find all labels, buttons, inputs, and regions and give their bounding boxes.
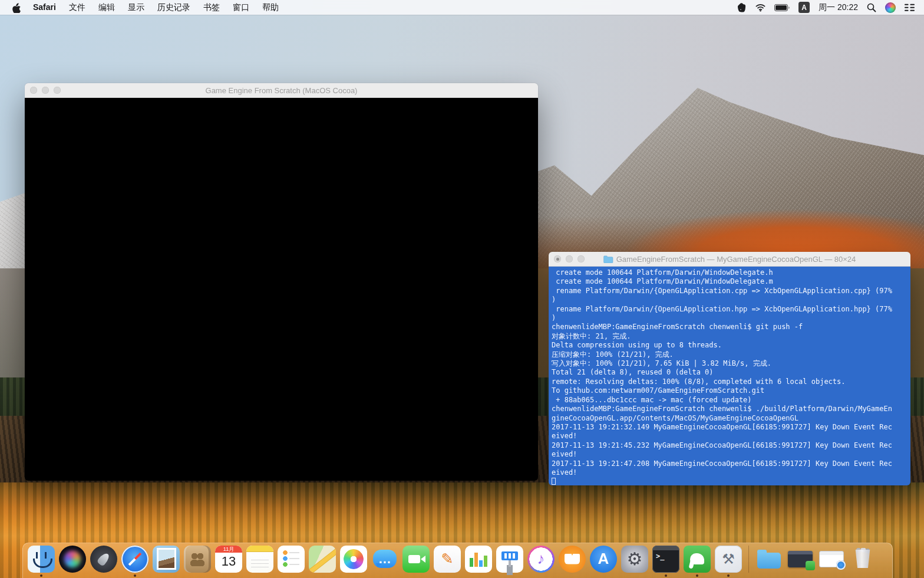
wifi-icon[interactable] — [755, 4, 765, 12]
terminal-line: eived! — [552, 432, 910, 441]
apple-icon — [12, 2, 21, 13]
dock-evernote[interactable] — [684, 546, 711, 573]
dock-maps[interactable] — [309, 546, 336, 573]
dock-pages[interactable]: ✎ — [434, 546, 461, 573]
menu-view[interactable]: 显示 — [121, 0, 151, 15]
evernote-status-icon[interactable] — [737, 3, 747, 12]
reminders-glyph — [282, 549, 300, 569]
close-button[interactable] — [30, 87, 37, 94]
appstore-glyph: A — [598, 550, 609, 568]
evernote-icon — [684, 546, 711, 573]
photos-glyph — [344, 549, 364, 569]
menu-window[interactable]: 窗口 — [226, 0, 256, 15]
apple-menu[interactable] — [6, 2, 27, 13]
game-render-canvas[interactable] — [25, 98, 538, 481]
evernote-glyph — [690, 553, 704, 564]
dock-facetime[interactable] — [402, 546, 430, 573]
terminal-line: 写入对象中: 100% (21/21), 7.65 KiB | 3.82 MiB… — [552, 359, 910, 368]
appstore-icon: A — [590, 546, 617, 573]
xcode-glyph: ⚒ — [722, 551, 735, 567]
dock-launchpad[interactable] — [90, 546, 117, 573]
terminal-line: eived! — [552, 450, 910, 459]
dock-minwin-safari[interactable] — [818, 546, 845, 573]
dock-reminders[interactable] — [278, 546, 305, 573]
dock-messages[interactable]: … — [371, 546, 398, 573]
siri-icon[interactable] — [885, 2, 896, 13]
menu-file[interactable]: 文件 — [62, 0, 92, 15]
safari-icon — [121, 546, 148, 573]
menu-help[interactable]: 帮助 — [256, 0, 285, 15]
minimize-button[interactable] — [42, 87, 49, 94]
menu-edit[interactable]: 编辑 — [92, 0, 121, 15]
dock-contacts[interactable] — [184, 546, 211, 573]
ibooks-glyph — [565, 554, 580, 564]
menu-bar-status: A 周一 20:22 — [737, 2, 918, 13]
dock-separator — [748, 546, 749, 573]
terminal-line: chenwenlideMBP:GameEngineFromScratch che… — [552, 405, 910, 413]
siri-glyph — [64, 551, 81, 567]
siri-icon — [59, 546, 86, 573]
minimize-button[interactable] — [566, 255, 573, 262]
xcode-icon: ⚒ — [715, 546, 742, 573]
dock-ibooks[interactable] — [559, 546, 586, 573]
dock-keynote[interactable] — [496, 546, 523, 573]
dock-photos[interactable] — [340, 546, 367, 573]
dock-safari[interactable] — [121, 546, 148, 573]
terminal-line: 2017-11-13 19:21:47.208 MyGameEngineCoco… — [552, 459, 910, 468]
game-engine-window: Game Engine From Scratch (MacOS Cocoa) — [25, 83, 538, 481]
menu-bookmarks[interactable]: 书签 — [197, 0, 226, 15]
notification-center-icon[interactable] — [905, 4, 915, 12]
dock-folder[interactable] — [755, 546, 783, 573]
dock-sysprefs[interactable]: ⚙ — [621, 546, 648, 573]
facetime-icon — [402, 546, 430, 573]
terminal-glyph: >_ — [656, 552, 664, 560]
terminal-line: create mode 100644 Platform/Darwin/Windo… — [552, 268, 910, 277]
notes-icon — [246, 546, 273, 573]
menu-bar-clock[interactable]: 周一 20:22 — [819, 2, 858, 13]
dock: 13…✎♪A⚙>_⚒ — [22, 543, 893, 578]
safari-glyph — [128, 552, 142, 566]
game-window-controls — [30, 83, 61, 97]
maps-icon — [309, 546, 336, 573]
terminal-line: 2017-11-13 19:21:32.149 MyGameEngineCoco… — [552, 423, 910, 432]
game-window-titlebar[interactable]: Game Engine From Scratch (MacOS Cocoa) — [25, 83, 538, 98]
zoom-button[interactable] — [54, 87, 61, 94]
sysprefs-icon: ⚙ — [621, 546, 648, 573]
dock-notes[interactable] — [246, 546, 273, 573]
terminal-line: 压缩对象中: 100% (21/21), 完成. — [552, 350, 910, 359]
dock-numbers[interactable] — [465, 546, 492, 573]
menu-history[interactable]: 历史记录 — [151, 0, 197, 15]
terminal-output[interactable]: create mode 100644 Platform/Darwin/Windo… — [549, 267, 910, 485]
dock-appstore[interactable]: A — [590, 546, 617, 573]
dock-mail[interactable] — [153, 546, 180, 573]
battery-icon[interactable] — [774, 4, 790, 11]
terminal-line: Total 21 (delta 8), reused 0 (delta 0) — [552, 368, 910, 377]
numbers-icon — [465, 546, 492, 573]
dock-calendar[interactable]: 13 — [215, 546, 242, 573]
close-button[interactable] — [554, 255, 561, 262]
minwin-safari-glyph — [819, 551, 844, 567]
dock-itunes[interactable]: ♪ — [527, 546, 555, 573]
spotlight-search-icon[interactable] — [867, 3, 876, 12]
input-method-badge[interactable]: A — [798, 2, 810, 13]
dock-finder[interactable] — [28, 546, 55, 573]
minwin-evernote-icon — [787, 546, 814, 573]
active-app-name[interactable]: Safari — [27, 0, 62, 15]
terminal-window: GameEngineFromScratch — MyGameEngineCoco… — [549, 252, 910, 485]
pages-glyph: ✎ — [441, 550, 454, 567]
trash-icon — [849, 546, 876, 573]
ibooks-icon — [559, 546, 586, 573]
dock-xcode[interactable]: ⚒ — [715, 546, 742, 573]
pages-icon: ✎ — [434, 546, 461, 573]
itunes-glyph: ♪ — [537, 550, 545, 568]
dock-trash[interactable] — [849, 546, 876, 573]
terminal-titlebar[interactable]: GameEngineFromScratch — MyGameEngineCoco… — [549, 252, 910, 267]
menu-bar: Safari 文件 编辑 显示 历史记录 书签 窗口 帮助 A 周一 20:22 — [0, 0, 924, 15]
sysprefs-glyph: ⚙ — [627, 550, 643, 568]
dock-terminal[interactable]: >_ — [652, 546, 679, 573]
trash-glyph — [854, 550, 871, 568]
folder-icon — [603, 255, 613, 263]
zoom-button[interactable] — [578, 255, 585, 262]
dock-siri[interactable] — [59, 546, 86, 573]
dock-minwin-evernote[interactable] — [787, 546, 814, 573]
